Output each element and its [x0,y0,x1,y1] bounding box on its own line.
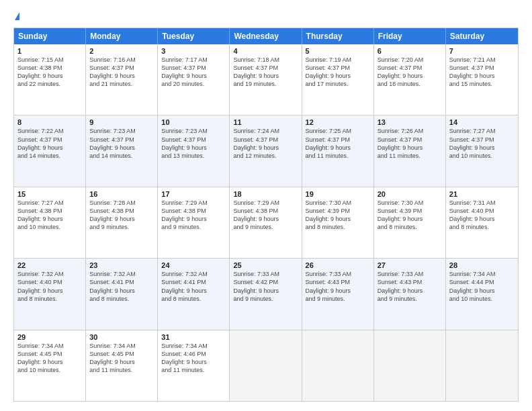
cell-line: Daylight: 9 hours [233,215,298,223]
day-cell-15: 15Sunrise: 7:27 AMSunset: 4:38 PMDayligh… [14,187,86,258]
cell-line: Sunrise: 7:25 AM [306,127,370,135]
cell-line: Sunset: 4:37 PM [89,136,154,144]
day-number: 4 [233,47,298,55]
logo [13,12,19,21]
cell-line: and 8 minutes. [17,295,82,303]
cell-line: Daylight: 9 hours [89,358,154,366]
cell-line: and 17 minutes. [306,80,370,88]
day-header-thursday: Thursday [302,28,374,44]
cell-line: Sunrise: 7:29 AM [233,199,298,207]
day-number: 25 [233,261,298,269]
day-cell-24: 24Sunrise: 7:32 AMSunset: 4:41 PMDayligh… [158,259,230,329]
cell-line: Daylight: 9 hours [89,287,154,295]
cell-line: Sunrise: 7:34 AM [449,270,515,278]
cell-line: Sunset: 4:37 PM [233,64,298,72]
cell-line: and 22 minutes. [17,80,82,88]
cell-line: and 11 minutes. [378,152,442,160]
cell-line: and 8 minutes. [449,223,515,231]
cell-line: and 9 minutes. [306,295,370,303]
cell-line: and 21 minutes. [89,80,154,88]
day-cell-17: 17Sunrise: 7:29 AMSunset: 4:38 PMDayligh… [158,187,230,258]
cell-line: Daylight: 9 hours [89,72,154,80]
cell-line: and 19 minutes. [233,80,298,88]
cell-line: and 10 minutes. [17,223,82,231]
cell-line: Daylight: 9 hours [378,287,442,295]
cell-line: Sunset: 4:37 PM [378,136,442,144]
cell-line: Sunrise: 7:34 AM [161,342,226,350]
empty-cell [230,330,302,401]
cell-line: Sunrise: 7:34 AM [17,342,82,350]
day-number: 27 [378,261,442,269]
calendar-body: 1Sunrise: 7:15 AMSunset: 4:38 PMDaylight… [14,44,518,401]
empty-cell [302,330,374,401]
day-cell-25: 25Sunrise: 7:33 AMSunset: 4:42 PMDayligh… [230,259,302,329]
day-cell-12: 12Sunrise: 7:25 AMSunset: 4:37 PMDayligh… [302,116,374,186]
cell-line: Sunset: 4:45 PM [17,350,82,358]
cell-line: Sunset: 4:39 PM [378,207,442,215]
day-number: 30 [89,333,154,341]
cell-line: Sunrise: 7:32 AM [161,270,226,278]
empty-cell [446,330,518,401]
day-cell-9: 9Sunrise: 7:23 AMSunset: 4:37 PMDaylight… [86,116,158,186]
cell-line: Daylight: 9 hours [449,215,515,223]
cell-line: Sunset: 4:38 PM [17,64,82,72]
day-cell-6: 6Sunrise: 7:20 AMSunset: 4:37 PMDaylight… [374,44,446,115]
cell-line: Daylight: 9 hours [306,287,370,295]
day-cell-8: 8Sunrise: 7:22 AMSunset: 4:37 PMDaylight… [14,116,86,186]
cell-line: Sunrise: 7:19 AM [306,56,370,64]
cell-line: Sunrise: 7:17 AM [161,56,226,64]
cell-line: Sunset: 4:43 PM [306,278,370,286]
cell-line: and 11 minutes. [89,366,154,374]
cell-line: Daylight: 9 hours [161,358,226,366]
cell-line: Sunset: 4:42 PM [233,278,298,286]
day-cell-29: 29Sunrise: 7:34 AMSunset: 4:45 PMDayligh… [14,330,86,401]
calendar: SundayMondayTuesdayWednesdayThursdayFrid… [13,28,519,402]
cell-line: Daylight: 9 hours [233,287,298,295]
cell-line: Sunrise: 7:33 AM [306,270,370,278]
day-number: 16 [89,190,154,198]
cell-line: and 14 minutes. [89,152,154,160]
cell-line: Daylight: 9 hours [306,72,370,80]
day-number: 9 [89,118,154,126]
day-number: 26 [306,261,370,269]
cell-line: and 15 minutes. [449,80,515,88]
day-number: 12 [306,118,370,126]
day-number: 3 [161,47,226,55]
cell-line: Sunset: 4:38 PM [89,207,154,215]
cell-line: Sunrise: 7:28 AM [89,199,154,207]
day-header-saturday: Saturday [446,28,518,44]
day-cell-7: 7Sunrise: 7:21 AMSunset: 4:37 PMDaylight… [446,44,518,115]
day-number: 5 [306,47,370,55]
cell-line: Daylight: 9 hours [89,215,154,223]
day-number: 29 [17,333,82,341]
day-cell-18: 18Sunrise: 7:29 AMSunset: 4:38 PMDayligh… [230,187,302,258]
cell-line: Sunrise: 7:26 AM [378,127,442,135]
cell-line: Sunset: 4:41 PM [89,278,154,286]
cell-line: Sunrise: 7:33 AM [233,270,298,278]
empty-cell [374,330,446,401]
day-cell-3: 3Sunrise: 7:17 AMSunset: 4:37 PMDaylight… [158,44,230,115]
day-cell-28: 28Sunrise: 7:34 AMSunset: 4:44 PMDayligh… [446,259,518,329]
cell-line: and 9 minutes. [89,223,154,231]
cell-line: Sunset: 4:37 PM [89,64,154,72]
cell-line: Sunrise: 7:29 AM [161,199,226,207]
cell-line: and 11 minutes. [161,366,226,374]
cell-line: Daylight: 9 hours [233,144,298,152]
day-cell-31: 31Sunrise: 7:34 AMSunset: 4:46 PMDayligh… [158,330,230,401]
day-cell-19: 19Sunrise: 7:30 AMSunset: 4:39 PMDayligh… [302,187,374,258]
cell-line: and 10 minutes. [449,152,515,160]
day-cell-13: 13Sunrise: 7:26 AMSunset: 4:37 PMDayligh… [374,116,446,186]
calendar-row-1: 8Sunrise: 7:22 AMSunset: 4:37 PMDaylight… [14,115,518,186]
cell-line: and 9 minutes. [233,295,298,303]
day-number: 1 [17,47,82,55]
day-cell-27: 27Sunrise: 7:33 AMSunset: 4:43 PMDayligh… [374,259,446,329]
day-header-sunday: Sunday [14,28,86,44]
day-cell-11: 11Sunrise: 7:24 AMSunset: 4:37 PMDayligh… [230,116,302,186]
cell-line: Sunset: 4:37 PM [17,136,82,144]
cell-line: Sunset: 4:37 PM [449,64,515,72]
day-cell-30: 30Sunrise: 7:34 AMSunset: 4:45 PMDayligh… [86,330,158,401]
cell-line: and 8 minutes. [378,223,442,231]
page: SundayMondayTuesdayWednesdayThursdayFrid… [0,0,532,411]
day-cell-20: 20Sunrise: 7:30 AMSunset: 4:39 PMDayligh… [374,187,446,258]
cell-line: Daylight: 9 hours [17,358,82,366]
